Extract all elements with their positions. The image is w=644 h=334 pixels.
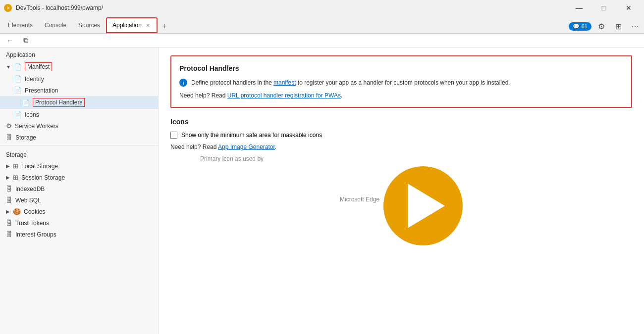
expand-arrow-icon: ▼ <box>6 64 11 70</box>
file-icon-identity: 📄 <box>14 75 22 83</box>
session-storage-label: Session Storage <box>21 174 65 181</box>
tab-console[interactable]: Console <box>39 17 72 33</box>
db-icon-trust-tokens: 🗄 <box>6 219 12 227</box>
protocol-handlers-label: Protocol Handlers <box>33 98 85 107</box>
expand-arrow-cookies-icon: ▶ <box>6 209 10 214</box>
sidebar-item-manifest[interactable]: ▼ 📄 Manifest <box>0 60 158 73</box>
sidebar-item-websql[interactable]: 🗄 Web SQL <box>0 194 158 206</box>
application-section-header: Application <box>0 48 158 60</box>
sidebar-item-local-storage[interactable]: ▶ ⊞ Local Storage <box>0 160 158 172</box>
gear-icon: ⚙ <box>6 122 12 130</box>
notification-icon: 💬 <box>573 23 580 30</box>
cookie-icon: 🍪 <box>13 208 21 215</box>
dock-icon[interactable]: ⧉ <box>20 35 32 47</box>
presentation-label: Presentation <box>25 87 58 94</box>
primary-icon-label: Primary icon as used by <box>170 155 632 162</box>
device-icon[interactable]: ⊞ <box>611 19 625 33</box>
expand-arrow-local-storage-icon: ▶ <box>6 163 10 169</box>
icon-container: Microsoft Edge <box>340 166 463 245</box>
sidebar-item-presentation[interactable]: 📄 Presentation <box>0 85 158 96</box>
tab-add-button[interactable]: + <box>158 19 171 33</box>
cookies-label: Cookies <box>24 208 45 215</box>
tabbar: Elements Console Sources Application ✕ +… <box>0 16 644 34</box>
sidebar-item-storage-app[interactable]: 🗄 Storage <box>0 132 158 143</box>
websql-label: Web SQL <box>15 197 41 204</box>
icons-section: Icons Show only the minimum safe area fo… <box>170 118 632 245</box>
info-icon: i <box>179 79 187 87</box>
identity-label: Identity <box>25 76 44 83</box>
sidebar-divider <box>0 145 158 145</box>
file-icon-icons: 📄 <box>14 111 22 118</box>
need-help-text: Need help? Read <box>179 92 227 99</box>
app-icon <box>4 4 12 12</box>
info-text-before: Define protocol handlers in the <box>191 79 273 86</box>
notification-badge[interactable]: 💬 61 <box>569 22 591 31</box>
back-icon[interactable]: ← <box>4 35 16 47</box>
sidebar-item-service-workers[interactable]: ⚙ Service Workers <box>0 120 158 132</box>
minimize-button[interactable]: — <box>568 0 590 16</box>
info-text-after: to register your app as a handler for cu… <box>296 79 510 86</box>
content-area: Protocol Handlers i Define protocol hand… <box>159 48 644 334</box>
file-icon-protocol: 📄 <box>22 99 30 106</box>
period: . <box>341 92 342 99</box>
titlebar: DevTools - localhost:999/pwamp/ — □ ✕ <box>0 0 644 16</box>
protocol-handlers-section: Protocol Handlers i Define protocol hand… <box>170 55 632 108</box>
main-layout: Application ▼ 📄 Manifest 📄 Identity 📄 Pr… <box>0 48 644 334</box>
tab-elements-label: Elements <box>8 22 33 29</box>
app-image-link[interactable]: App Image Generator <box>218 143 275 150</box>
tab-sources-label: Sources <box>78 22 100 29</box>
more-icon[interactable]: ⋯ <box>628 19 642 33</box>
window-controls: — □ ✕ <box>568 0 640 16</box>
need-help-protocol: Need help? Read URL protocol handler reg… <box>179 92 623 99</box>
sidebar-item-interest-groups[interactable]: 🗄 Interest Groups <box>0 229 158 240</box>
indexeddb-label: IndexedDB <box>15 186 45 192</box>
interest-groups-label: Interest Groups <box>15 231 56 238</box>
db-icon-websql: 🗄 <box>6 196 12 204</box>
manifest-link[interactable]: manifest <box>273 79 296 86</box>
need-help-icons-text: Need help? Read <box>170 143 218 150</box>
settings-icon[interactable]: ⚙ <box>594 19 608 33</box>
close-button[interactable]: ✕ <box>617 0 640 16</box>
service-workers-label: Service Workers <box>15 123 58 130</box>
protocol-handlers-info: i Define protocol handlers in the manife… <box>179 78 623 87</box>
checkbox-row: Show only the minimum safe area for mask… <box>170 132 632 139</box>
tab-close-icon[interactable]: ✕ <box>145 21 151 30</box>
grid-icon-local-storage: ⊞ <box>13 162 18 170</box>
sidebar-item-protocol-handlers[interactable]: 📄 Protocol Handlers <box>0 96 158 109</box>
db-icon-interest-groups: 🗄 <box>6 231 12 238</box>
sidebar: Application ▼ 📄 Manifest 📄 Identity 📄 Pr… <box>0 48 159 334</box>
sidebar-item-identity[interactable]: 📄 Identity <box>0 73 158 85</box>
icon-preview-area: Primary icon as used by Microsoft Edge <box>170 155 632 245</box>
maximize-button[interactable]: □ <box>592 0 615 16</box>
pwa-link[interactable]: URL protocol handler registration for PW… <box>227 92 341 99</box>
storage-section-header: Storage <box>0 147 158 160</box>
sidebar-item-trust-tokens[interactable]: 🗄 Trust Tokens <box>0 217 158 229</box>
protocol-handlers-title: Protocol Handlers <box>179 64 623 72</box>
grid-icon-session-storage: ⊞ <box>13 174 18 181</box>
trust-tokens-label: Trust Tokens <box>15 220 49 227</box>
sidebar-item-indexeddb[interactable]: 🗄 IndexedDB <box>0 183 158 194</box>
file-icon: 📄 <box>14 63 22 71</box>
icons-title: Icons <box>170 118 632 126</box>
storage-app-label: Storage <box>15 134 36 141</box>
tab-application[interactable]: Application ✕ <box>106 17 158 33</box>
db-icon-indexeddb: 🗄 <box>6 185 12 192</box>
need-help-icons: Need help? Read App Image Generator. <box>170 143 632 150</box>
maskable-icons-checkbox[interactable] <box>170 132 177 139</box>
local-storage-label: Local Storage <box>21 163 58 170</box>
checkbox-label: Show only the minimum safe area for mask… <box>181 132 322 139</box>
tab-sources[interactable]: Sources <box>72 17 106 33</box>
notification-count: 61 <box>582 23 588 29</box>
secondary-toolbar: ← ⧉ <box>0 34 644 48</box>
tab-elements[interactable]: Elements <box>2 17 39 33</box>
sidebar-item-cookies[interactable]: ▶ 🍪 Cookies <box>0 206 158 217</box>
toolbar-right: 💬 61 ⚙ ⊞ ⋯ <box>569 19 642 33</box>
sidebar-item-icons[interactable]: 📄 Icons <box>0 109 158 120</box>
edge-label: Microsoft Edge <box>340 166 379 203</box>
protocol-handlers-description: Define protocol handlers in the manifest… <box>191 78 510 87</box>
expand-arrow-session-storage-icon: ▶ <box>6 175 10 180</box>
manifest-label: Manifest <box>25 62 52 71</box>
window-title: DevTools - localhost:999/pwamp/ <box>16 4 564 11</box>
sidebar-item-session-storage[interactable]: ▶ ⊞ Session Storage <box>0 172 158 183</box>
app-icon-circle <box>383 166 463 245</box>
